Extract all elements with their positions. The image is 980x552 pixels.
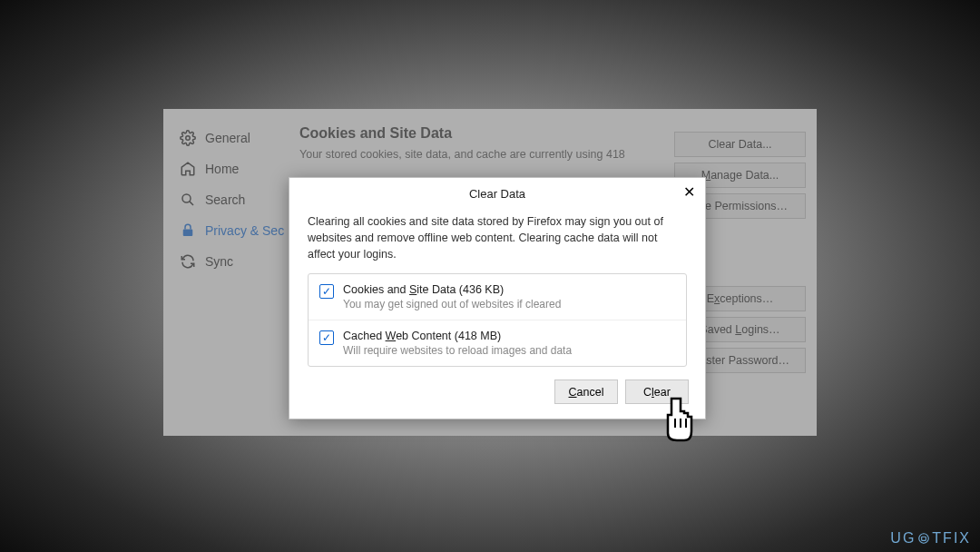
checkbox-cookies[interactable]: ✓: [319, 284, 334, 299]
svg-point-7: [919, 534, 929, 544]
dialog-title: Clear Data ✕: [289, 178, 705, 210]
option-cookies-sub: You may get signed out of websites if cl…: [343, 298, 561, 310]
clear-data-dialog: Clear Data ✕ Clearing all cookies and si…: [289, 177, 706, 419]
cancel-button[interactable]: Cancel: [554, 380, 618, 404]
options-group: ✓ Cookies and Site Data (436 KB) You may…: [308, 273, 687, 367]
dialog-body: Clearing all cookies and site data store…: [289, 210, 705, 367]
watermark: UGTFIX UG TFIX: [890, 530, 971, 547]
svg-rect-8: [922, 537, 926, 540]
checkbox-cache[interactable]: ✓: [319, 330, 334, 345]
dialog-title-text: Clear Data: [469, 187, 525, 201]
dialog-footer: Cancel Clear: [289, 367, 705, 419]
stage: General Home Search Privacy & Sec: [0, 0, 980, 552]
option-cookies: ✓ Cookies and Site Data (436 KB) You may…: [309, 274, 686, 320]
option-cache: ✓ Cached Web Content (418 MB) Will requi…: [309, 320, 686, 366]
option-cache-sub: Will require websites to reload images a…: [343, 344, 572, 357]
option-cookies-label: Cookies and Site Data (436 KB): [343, 283, 561, 296]
dialog-description: Clearing all cookies and site data store…: [308, 213, 687, 262]
option-cache-label: Cached Web Content (418 MB): [343, 330, 572, 342]
close-icon[interactable]: ✕: [680, 183, 698, 202]
clear-button[interactable]: Clear: [625, 380, 689, 404]
